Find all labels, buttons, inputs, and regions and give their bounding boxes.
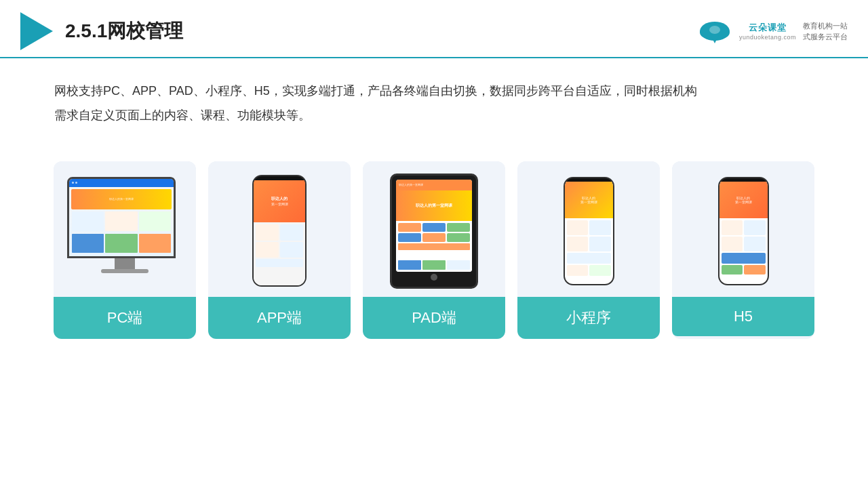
card-pad-image: 职达人的第一堂网课 职达人的第一堂网课: [363, 161, 505, 297]
miniprogram-phone-icon: 职达人的第一堂网课: [564, 177, 614, 285]
card-app-label: APP端: [208, 297, 351, 339]
cards-container: 职达人的第一堂网课: [0, 141, 868, 359]
logo-triangle-icon: [20, 12, 53, 50]
header-right: 云朵课堂 yunduoketang.com 教育机构一站 式服务云平台: [697, 18, 848, 45]
pc-monitor-icon: 职达人的第一堂网课: [67, 177, 182, 285]
brand-slogan: 教育机构一站 式服务云平台: [803, 20, 848, 43]
card-miniprogram-image: 职达人的第一堂网课: [517, 161, 660, 297]
card-miniprogram-label: 小程序: [517, 297, 660, 339]
card-app: 职达人的 第一堂网课 APP端: [208, 161, 351, 339]
app-phone-icon: 职达人的 第一堂网课: [252, 175, 307, 287]
h5-phone-icon: 职达人的第一堂网课: [718, 177, 769, 285]
header-left: 2.5.1网校管理: [20, 12, 183, 50]
page-title: 2.5.1网校管理: [65, 18, 183, 44]
brand-slogan-line2: 式服务云平台: [803, 31, 848, 43]
card-pad-label: PAD端: [363, 297, 505, 339]
svg-point-4: [709, 26, 720, 34]
card-h5-image: 职达人的第一堂网课: [672, 161, 814, 297]
brand-logo: 云朵课堂 yunduoketang.com: [739, 22, 796, 41]
description-paragraph: 网校支持PC、APP、PAD、小程序、H5，实现多端打通，产品各终端自由切换，数…: [54, 79, 814, 127]
card-pc-image: 职达人的第一堂网课: [54, 161, 196, 297]
pad-tablet-icon: 职达人的第一堂网课 职达人的第一堂网课: [390, 174, 478, 289]
card-app-image: 职达人的 第一堂网课: [208, 161, 351, 297]
brand-cloud-icon: [697, 18, 732, 45]
card-miniprogram: 职达人的第一堂网课 小程序: [517, 161, 660, 339]
card-pc: 职达人的第一堂网课: [54, 161, 196, 339]
card-pc-label: PC端: [54, 297, 196, 339]
brand-name: 云朵课堂: [749, 22, 787, 34]
card-pad: 职达人的第一堂网课 职达人的第一堂网课: [363, 161, 505, 339]
description-text: 网校支持PC、APP、PAD、小程序、H5，实现多端打通，产品各终端自由切换，数…: [0, 58, 868, 134]
brand-pinyin: yunduoketang.com: [739, 34, 796, 41]
card-h5: 职达人的第一堂网课 H5: [672, 161, 814, 339]
page-header: 2.5.1网校管理 云朵课堂 yunduoketang.com 教育机构一站 式…: [0, 0, 868, 58]
brand-slogan-line1: 教育机构一站: [803, 20, 848, 32]
card-h5-label: H5: [672, 297, 814, 336]
